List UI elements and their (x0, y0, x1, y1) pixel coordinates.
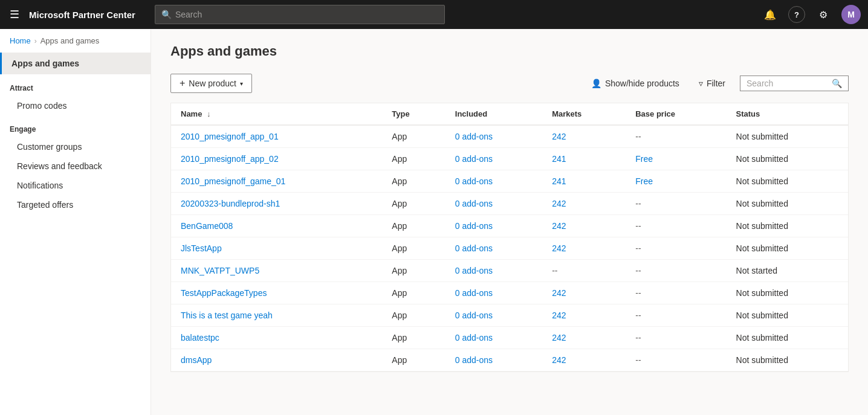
hamburger-menu[interactable]: ☰ (7, 5, 22, 24)
product-name-link[interactable]: 2010_pmesignoff_app_01 (181, 132, 279, 141)
add-ons-link[interactable]: 0 add-ons (455, 154, 493, 164)
search-icon: 🔍 (161, 10, 172, 19)
sidebar-section-engage: Engage (0, 115, 151, 137)
global-search-bar[interactable]: 🔍 (155, 5, 445, 24)
breadcrumb-separator: › (34, 37, 37, 45)
product-name-link[interactable]: balatestpc (181, 333, 219, 343)
sidebar-item-promo-codes[interactable]: Promo codes (0, 96, 151, 115)
cell-name: 2010_pmesignoff_app_02 (171, 148, 382, 170)
product-name-link[interactable]: 20200323-bundleprod-sh1 (181, 199, 280, 208)
add-ons-link[interactable]: 0 add-ons (455, 221, 493, 231)
add-ons-link[interactable]: 0 add-ons (455, 176, 493, 186)
markets-link[interactable]: 242 (552, 243, 566, 253)
cell-base-price: -- (626, 349, 726, 372)
cell-markets: 242 (542, 193, 626, 215)
add-ons-link[interactable]: 0 add-ons (455, 355, 493, 365)
markets-link[interactable]: 242 (552, 221, 566, 231)
cell-type: App (382, 215, 445, 237)
price-link[interactable]: Free (635, 154, 653, 164)
table-row: 2010_pmesignoff_app_01App0 add-ons242--N… (171, 125, 848, 148)
markets-link[interactable]: 242 (552, 288, 566, 298)
user-avatar[interactable]: M (841, 5, 861, 24)
cell-markets: 242 (542, 304, 626, 327)
add-ons-link[interactable]: 0 add-ons (455, 243, 493, 253)
sidebar-section-attract: Attract (0, 74, 151, 96)
cell-name: JlsTestApp (171, 237, 382, 260)
markets-link[interactable]: 241 (552, 176, 566, 186)
add-ons-link[interactable]: 0 add-ons (455, 266, 493, 275)
global-search-input[interactable] (175, 10, 438, 19)
col-header-name[interactable]: Name ↓ (171, 103, 382, 125)
filter-icon: ▿ (699, 79, 703, 88)
cell-status: Not submitted (727, 327, 848, 349)
filter-label: Filter (707, 79, 725, 88)
add-ons-link[interactable]: 0 add-ons (455, 288, 493, 298)
add-ons-link[interactable]: 0 add-ons (455, 132, 493, 141)
show-hide-products-button[interactable]: 👤 Show/hide products (586, 76, 684, 91)
cell-included: 0 add-ons (445, 215, 542, 237)
cell-included: 0 add-ons (445, 349, 542, 372)
settings-icon[interactable]: ⚙ (815, 6, 832, 23)
product-search-input[interactable] (747, 79, 827, 88)
filter-button[interactable]: ▿ Filter (694, 76, 730, 91)
markets-link[interactable]: 241 (552, 154, 566, 164)
markets-link[interactable]: 242 (552, 355, 566, 365)
sidebar-item-customer-groups[interactable]: Customer groups (0, 137, 151, 156)
cell-type: App (382, 237, 445, 260)
product-name-link[interactable]: This is a test game yeah (181, 310, 273, 320)
breadcrumb-current: Apps and games (40, 36, 100, 45)
markets-link[interactable]: 242 (552, 199, 566, 208)
cell-base-price: -- (626, 215, 726, 237)
sidebar-item-notifications[interactable]: Notifications (0, 176, 151, 195)
product-search-bar[interactable]: 🔍 (740, 76, 849, 91)
product-name-link[interactable]: TestAppPackageTypes (181, 288, 267, 298)
cell-included: 0 add-ons (445, 282, 542, 304)
markets-link[interactable]: 242 (552, 132, 566, 141)
price-link[interactable]: Free (635, 176, 653, 186)
markets-link[interactable]: 242 (552, 310, 566, 320)
cell-markets: -- (542, 260, 626, 282)
add-ons-link[interactable]: 0 add-ons (455, 310, 493, 320)
cell-markets: 242 (542, 215, 626, 237)
cell-status: Not started (727, 260, 848, 282)
add-ons-link[interactable]: 0 add-ons (455, 333, 493, 343)
markets-link[interactable]: 242 (552, 333, 566, 343)
cell-type: App (382, 148, 445, 170)
chevron-down-icon: ▾ (240, 80, 243, 87)
product-name-link[interactable]: MNK_VATPT_UWP5 (181, 266, 259, 275)
cell-included: 0 add-ons (445, 327, 542, 349)
table-row: BenGame008App0 add-ons242--Not submitted (171, 215, 848, 237)
table-row: MNK_VATPT_UWP5App0 add-ons----Not starte… (171, 260, 848, 282)
cell-markets: 241 (542, 170, 626, 193)
col-header-markets: Markets (542, 103, 626, 125)
product-name-link[interactable]: dmsApp (181, 355, 212, 365)
sidebar-item-targeted-offers[interactable]: Targeted offers (0, 195, 151, 214)
product-name-link[interactable]: BenGame008 (181, 221, 233, 231)
breadcrumb: Home › Apps and games (0, 29, 151, 53)
table-row: 2010_pmesignoff_game_01App0 add-ons241Fr… (171, 170, 848, 193)
col-header-status: Status (727, 103, 848, 125)
add-ons-link[interactable]: 0 add-ons (455, 199, 493, 208)
cell-type: App (382, 125, 445, 148)
cell-base-price: -- (626, 304, 726, 327)
sidebar-item-apps-and-games[interactable]: Apps and games (0, 53, 151, 74)
breadcrumb-home-link[interactable]: Home (10, 36, 31, 45)
sidebar-item-reviews-feedback[interactable]: Reviews and feedback (0, 156, 151, 176)
help-icon[interactable]: ? (788, 6, 805, 23)
app-title: Microsoft Partner Center (29, 10, 135, 20)
products-table-container: Name ↓ Type Included Markets (170, 103, 849, 372)
cell-type: App (382, 349, 445, 372)
notification-bell-icon[interactable]: 🔔 (762, 6, 779, 23)
table-header-row: Name ↓ Type Included Markets (171, 103, 848, 125)
table-row: This is a test game yeahApp0 add-ons242-… (171, 304, 848, 327)
cell-name: TestAppPackageTypes (171, 282, 382, 304)
new-product-button[interactable]: + New product ▾ (170, 74, 252, 93)
show-hide-label: Show/hide products (605, 79, 679, 88)
product-name-link[interactable]: 2010_pmesignoff_game_01 (181, 176, 285, 186)
product-name-link[interactable]: 2010_pmesignoff_app_02 (181, 154, 279, 164)
table-row: 20200323-bundleprod-sh1App0 add-ons242--… (171, 193, 848, 215)
page-title: Apps and games (170, 43, 849, 59)
product-name-link[interactable]: JlsTestApp (181, 243, 222, 253)
table-row: dmsAppApp0 add-ons242--Not submitted (171, 349, 848, 372)
table-row: 2010_pmesignoff_app_02App0 add-ons241Fre… (171, 148, 848, 170)
